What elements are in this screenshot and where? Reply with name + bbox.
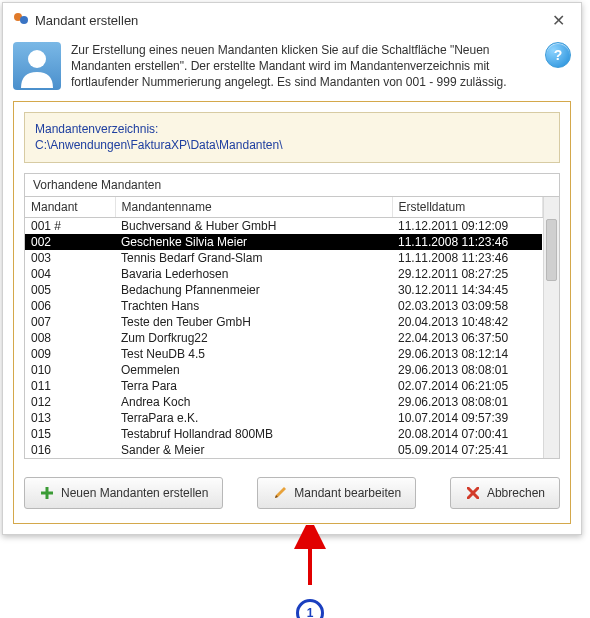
table-row[interactable]: 003Tennis Bedarf Grand-Slam11.11.2008 11… <box>25 250 542 266</box>
titlebar: Mandant erstellen ✕ <box>3 3 581 36</box>
cell-date: 20.04.2013 10:48:42 <box>392 314 542 330</box>
cell-mandant: 001 # <box>25 218 115 235</box>
table-row[interactable]: 005Bedachung Pfannenmeier30.12.2011 14:3… <box>25 282 542 298</box>
cell-date: 02.03.2013 03:09:58 <box>392 298 542 314</box>
avatar-icon <box>13 42 61 90</box>
cell-mandant: 009 <box>25 346 115 362</box>
cancel-label: Abbrechen <box>487 487 545 499</box>
cell-mandant: 006 <box>25 298 115 314</box>
plus-icon <box>39 485 55 501</box>
table-row[interactable]: 012Andrea Koch29.06.2013 08:08:01 <box>25 394 542 410</box>
table-row[interactable]: 011Terra Para02.07.2014 06:21:05 <box>25 378 542 394</box>
window-title: Mandant erstellen <box>35 13 138 28</box>
cell-date: 11.11.2008 11:23:46 <box>392 234 542 250</box>
directory-box: Mandantenverzeichnis: C:\Anwendungen\Fak… <box>24 112 560 164</box>
header-description: Zur Erstellung eines neuen Mandanten kli… <box>71 42 535 91</box>
pencil-icon <box>272 485 288 501</box>
cell-name: Bedachung Pfannenmeier <box>115 282 392 298</box>
cell-mandant: 012 <box>25 394 115 410</box>
table-row[interactable]: 002Geschenke Silvia Meier11.11.2008 11:2… <box>25 234 542 250</box>
app-icon <box>13 11 29 30</box>
cell-mandant: 003 <box>25 250 115 266</box>
table-row[interactable]: 016Sander & Meier05.09.2014 07:25:41 <box>25 442 542 458</box>
table-row[interactable]: 008Zum Dorfkrug2222.04.2013 06:37:50 <box>25 330 542 346</box>
cell-mandant: 002 <box>25 234 115 250</box>
cell-name: Teste den Teuber GmbH <box>115 314 392 330</box>
cell-date: 29.06.2013 08:08:01 <box>392 394 542 410</box>
cell-mandant: 010 <box>25 362 115 378</box>
cell-name: Testabruf Hollandrad 800MB <box>115 426 392 442</box>
directory-path: C:\Anwendungen\FakturaXP\Data\Mandanten\ <box>35 137 549 154</box>
cell-name: Andrea Koch <box>115 394 392 410</box>
header-area: Zur Erstellung eines neuen Mandanten kli… <box>3 36 581 101</box>
dialog-window: Mandant erstellen ✕ Zur Erstellung eines… <box>2 2 582 535</box>
cell-mandant: 008 <box>25 330 115 346</box>
cell-name: Bavaria Lederhosen <box>115 266 392 282</box>
cell-mandant: 007 <box>25 314 115 330</box>
cell-date: 29.06.2013 08:12:14 <box>392 346 542 362</box>
cell-name: TerraPara e.K. <box>115 410 392 426</box>
cancel-icon <box>465 485 481 501</box>
edit-mandant-button[interactable]: Mandant bearbeiten <box>257 477 416 509</box>
svg-rect-4 <box>41 492 53 495</box>
close-button[interactable]: ✕ <box>546 9 571 32</box>
button-row: Neuen Mandanten erstellen Mandant bearbe… <box>24 477 560 509</box>
table-row[interactable]: 009Test NeuDB 4.529.06.2013 08:12:14 <box>25 346 542 362</box>
cell-name: Test NeuDB 4.5 <box>115 346 392 362</box>
cancel-button[interactable]: Abbrechen <box>450 477 560 509</box>
edit-mandant-label: Mandant bearbeiten <box>294 487 401 499</box>
scrollbar[interactable] <box>543 197 560 458</box>
table-title: Vorhandene Mandanten <box>25 174 559 197</box>
table-row[interactable]: 007Teste den Teuber GmbH20.04.2013 10:48… <box>25 314 542 330</box>
content-frame: Mandantenverzeichnis: C:\Anwendungen\Fak… <box>13 101 571 525</box>
cell-mandant: 016 <box>25 442 115 458</box>
col-name[interactable]: Mandantenname <box>115 197 392 218</box>
col-date[interactable]: Erstelldatum <box>392 197 542 218</box>
cell-mandant: 011 <box>25 378 115 394</box>
cell-date: 29.06.2013 08:08:01 <box>392 362 542 378</box>
cell-name: Zum Dorfkrug22 <box>115 330 392 346</box>
svg-point-1 <box>20 16 28 24</box>
table-row[interactable]: 004Bavaria Lederhosen29.12.2011 08:27:25 <box>25 266 542 282</box>
table-row[interactable]: 001 #Buchversand & Huber GmbH11.12.2011 … <box>25 218 542 235</box>
cell-mandant: 013 <box>25 410 115 426</box>
cell-name: Geschenke Silvia Meier <box>115 234 392 250</box>
cell-date: 29.12.2011 08:27:25 <box>392 266 542 282</box>
cell-name: Sander & Meier <box>115 442 392 458</box>
cell-mandant: 005 <box>25 282 115 298</box>
cell-date: 11.12.2011 09:12:09 <box>392 218 542 235</box>
table-row[interactable]: 006Trachten Hans02.03.2013 03:09:58 <box>25 298 542 314</box>
cell-name: Trachten Hans <box>115 298 392 314</box>
table-row[interactable]: 013TerraPara e.K.10.07.2014 09:57:39 <box>25 410 542 426</box>
cell-date: 11.11.2008 11:23:46 <box>392 250 542 266</box>
cell-date: 20.08.2014 07:00:41 <box>392 426 542 442</box>
cell-date: 05.09.2014 07:25:41 <box>392 442 542 458</box>
cell-date: 10.07.2014 09:57:39 <box>392 410 542 426</box>
cell-date: 22.04.2013 06:37:50 <box>392 330 542 346</box>
mandant-table: Vorhandene Mandanten Mandant Mandantenna… <box>24 173 560 459</box>
cell-name: Tennis Bedarf Grand-Slam <box>115 250 392 266</box>
cell-date: 30.12.2011 14:34:45 <box>392 282 542 298</box>
directory-label: Mandantenverzeichnis: <box>35 121 549 138</box>
new-mandant-label: Neuen Mandanten erstellen <box>61 487 208 499</box>
cell-name: Terra Para <box>115 378 392 394</box>
cell-name: Buchversand & Huber GmbH <box>115 218 392 235</box>
cell-mandant: 015 <box>25 426 115 442</box>
cell-date: 02.07.2014 06:21:05 <box>392 378 542 394</box>
col-mandant[interactable]: Mandant <box>25 197 115 218</box>
annotation-overlay: 1 <box>0 537 590 618</box>
arrow-icon <box>280 525 340 595</box>
help-button[interactable]: ? <box>545 42 571 68</box>
annotation-marker: 1 <box>296 599 324 618</box>
cell-name: Oemmelen <box>115 362 392 378</box>
svg-point-2 <box>28 50 46 68</box>
new-mandant-button[interactable]: Neuen Mandanten erstellen <box>24 477 223 509</box>
table-row[interactable]: 010Oemmelen29.06.2013 08:08:01 <box>25 362 542 378</box>
table-row[interactable]: 015Testabruf Hollandrad 800MB20.08.2014 … <box>25 426 542 442</box>
cell-mandant: 004 <box>25 266 115 282</box>
table-header-row: Mandant Mandantenname Erstelldatum <box>25 197 542 218</box>
scrollbar-thumb[interactable] <box>546 219 558 281</box>
